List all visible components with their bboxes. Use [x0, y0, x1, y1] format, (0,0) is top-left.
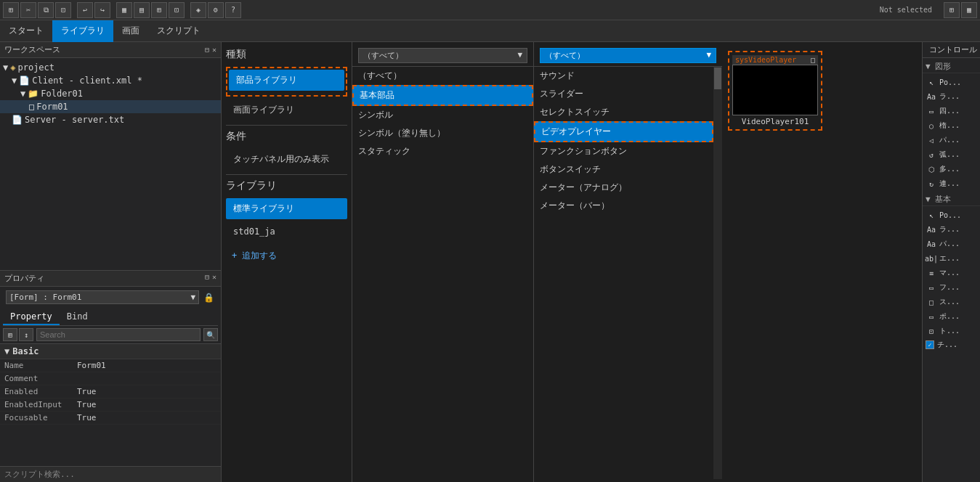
basic-input[interactable]: ab| エ... — [923, 251, 980, 266]
shape-polygon-label: 多... — [939, 164, 960, 174]
prop-focusable-value[interactable]: True — [77, 413, 97, 422]
shape-path[interactable]: ◁ パ... — [923, 133, 980, 147]
lib-std01-btn[interactable]: std01_ja — [226, 222, 347, 241]
toolbar-icon-13[interactable]: ? — [225, 2, 241, 18]
rect-icon: ▭ — [926, 105, 937, 117]
basic-text[interactable]: Aa ラ... — [923, 222, 980, 237]
basic-font[interactable]: Aa パ... — [923, 237, 980, 251]
tree-server[interactable]: 📄 Server - server.txt — [0, 113, 221, 126]
right-item-video[interactable]: ビデオプレイヤー — [534, 121, 713, 142]
toolbar-view-2[interactable]: ▦ — [961, 2, 977, 18]
path-icon: ◁ — [926, 134, 937, 146]
shape-line[interactable]: Aa ラ... — [923, 89, 980, 104]
toolbar-icon-11[interactable]: ◈ — [190, 2, 206, 18]
toolbar-icon-3[interactable]: ⧉ — [38, 2, 54, 18]
right-list-container: （すべて） ▼ サウンド スライダー セレクトスイッチ ビデオプレイヤー ファン… — [534, 45, 722, 479]
shape-polygon[interactable]: ⬡ 多... — [923, 162, 980, 176]
tree-folder01[interactable]: ▼ 📁 Folder01 — [0, 87, 221, 100]
toolbar-icon-6[interactable]: ↪ — [94, 2, 110, 18]
menu-screen[interactable]: 画面 — [113, 20, 148, 42]
right-item-meter-b[interactable]: メーター（バー） — [534, 197, 713, 215]
video-player-widget[interactable]: sysVideoPlayer □ VideoPlayer101 — [728, 51, 822, 131]
basic-scroll[interactable]: □ ス... — [923, 295, 980, 309]
menu-library[interactable]: ライブラリ — [52, 20, 113, 42]
prop-enabled-value[interactable]: True — [77, 387, 97, 396]
property-lock-icon[interactable]: 🔒 — [203, 293, 214, 303]
add-library-btn[interactable]: + 追加する — [226, 247, 347, 265]
top-selector[interactable]: （すべて） ▼ — [358, 48, 527, 63]
category-buhin-btn[interactable]: 部品ライブラリ — [229, 70, 344, 91]
condition-touchpanel-btn[interactable]: タッチパネル用のみ表示 — [226, 149, 347, 170]
right-item-meter-a[interactable]: メーター（アナログ） — [534, 179, 713, 197]
kind-item-basic[interactable]: 基本部品 — [352, 85, 533, 106]
right-item-sound[interactable]: サウンド — [534, 67, 713, 85]
widget-close-btn[interactable]: □ — [811, 56, 815, 64]
tree-client[interactable]: ▼ 📄 Client - client.xml * — [0, 74, 221, 87]
prop-enabled-label: Enabled — [4, 387, 77, 396]
basic-pointer[interactable]: ↖ Po... — [923, 208, 980, 222]
category-gamen-btn[interactable]: 画面ライブラリ — [226, 99, 347, 120]
widget-preview-area: sysVideoPlayer □ VideoPlayer101 — [722, 45, 922, 479]
shape-rect[interactable]: ▭ 四... — [923, 104, 980, 118]
toolbar-icon-8[interactable]: ▤ — [134, 2, 150, 18]
right-item-slider[interactable]: スライダー — [534, 85, 713, 103]
prop-enabledinput-value[interactable]: True — [77, 400, 97, 409]
toolbar-icon-10[interactable]: ⊡ — [169, 2, 185, 18]
tab-property[interactable]: Property — [3, 309, 60, 325]
shape-arc-label: 弧... — [939, 150, 960, 160]
toolbar-icon-12[interactable]: ⚙ — [208, 2, 224, 18]
shape-circle[interactable]: ○ 楕... — [923, 118, 980, 133]
kind-item-symbol-nofill[interactable]: シンボル（塗り無し） — [352, 124, 533, 142]
kind-item-symbol[interactable]: シンボル — [352, 106, 533, 124]
property-close-icon[interactable]: ✕ — [212, 273, 216, 284]
toolbar-icon-2[interactable]: ✂ — [20, 2, 36, 18]
tab-bind[interactable]: Bind — [60, 309, 95, 325]
widget-title-bar: sysVideoPlayer □ — [732, 55, 818, 65]
library-title: ライブラリ — [226, 179, 347, 192]
workspace-pin-icon[interactable]: ⊟ — [205, 46, 209, 54]
tree-form01[interactable]: □ Form01 — [0, 100, 221, 113]
right-top-selector[interactable]: （すべて） ▼ — [540, 48, 716, 63]
right-item-function[interactable]: ファンクションボタン — [534, 142, 713, 160]
basic-multi[interactable]: ≡ マ... — [923, 266, 980, 280]
right-list-scrollbar[interactable] — [713, 67, 722, 479]
toolbar-icon-7[interactable]: ▦ — [116, 2, 132, 18]
menu-start[interactable]: スタート — [0, 20, 52, 42]
basic-toggle[interactable]: ⊡ ト... — [923, 324, 980, 338]
basic-checkbox[interactable]: ✓ チ... — [923, 338, 980, 351]
lib-std-btn[interactable]: 標準ライブラリ — [226, 198, 347, 219]
kind-item-all[interactable]: （すべて） — [352, 67, 533, 85]
menu-script[interactable]: スクリプト — [148, 20, 209, 42]
col-right-list: （すべて） ▼ サウンド スライダー セレクトスイッチ ビデオプレイヤー ファン… — [534, 42, 922, 482]
basic-button[interactable]: ▭ ポ... — [923, 309, 980, 324]
arc-icon: ↺ — [926, 149, 937, 160]
kind-title: 種類 — [226, 48, 347, 61]
prop-name-value[interactable]: Form01 — [77, 361, 106, 370]
toolbar-icon-9[interactable]: ⊞ — [151, 2, 167, 18]
prop-enabledinput-label: EnabledInput — [4, 400, 77, 409]
property-selector[interactable]: [Form] : Form01 ▼ — [6, 290, 199, 304]
prop-sort-btn-1[interactable]: ⊞ — [3, 328, 17, 341]
property-search-button[interactable]: 🔍 — [203, 328, 218, 341]
shape-pointer[interactable]: ↖ Po... — [923, 75, 980, 89]
toolbar-view-1[interactable]: ⊞ — [944, 2, 960, 18]
widget-title-text: sysVideoPlayer — [735, 56, 796, 64]
workspace-close-icon[interactable]: ✕ — [212, 46, 216, 54]
basic-button-label: ポ... — [939, 311, 960, 322]
shape-chain[interactable]: ↻ 連... — [923, 176, 980, 191]
right-item-button[interactable]: ボタンスイッチ — [534, 160, 713, 179]
tree-expand-project: ▼ — [3, 62, 8, 73]
property-search-input[interactable] — [36, 328, 201, 341]
toolbar-icon-1[interactable]: ⊞ — [3, 2, 19, 18]
toolbar-icon-5[interactable]: ↩ — [77, 2, 93, 18]
basic-file[interactable]: ▭ フ... — [923, 280, 980, 295]
property-pin-icon[interactable]: ⊟ — [205, 273, 209, 284]
shape-arc[interactable]: ↺ 弧... — [923, 147, 980, 162]
kind-item-static[interactable]: スタティック — [352, 142, 533, 160]
not-selected-label: Not selected — [874, 2, 938, 18]
tree-project[interactable]: ▼ ◈ project — [0, 61, 221, 74]
col-kinds: 種類 部品ライブラリ 画面ライブラリ 条件 タッチパネル用のみ表示 ライブラリ … — [222, 42, 352, 482]
prop-sort-btn-2[interactable]: ↕ — [19, 328, 33, 341]
right-item-select[interactable]: セレクトスイッチ — [534, 103, 713, 121]
toolbar-icon-4[interactable]: ⊡ — [55, 2, 71, 18]
